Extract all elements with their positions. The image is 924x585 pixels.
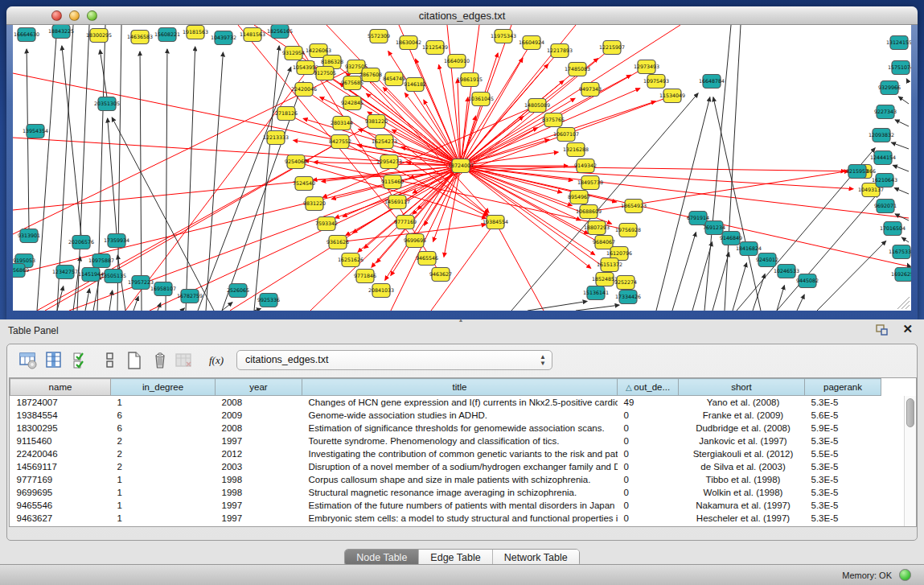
network-node[interactable]: 5572309 — [368, 30, 390, 43]
network-node[interactable]: 12215907 — [599, 41, 625, 55]
network-node[interactable]: 19384554 — [483, 216, 508, 229]
network-node[interactable]: 18416824 — [736, 242, 762, 256]
network-node[interactable]: 18843225 — [48, 25, 74, 39]
close-panel-icon[interactable]: ✕ — [902, 323, 913, 336]
network-node[interactable]: 11975343 — [491, 30, 516, 43]
network-node[interactable]: 11451944 — [78, 268, 104, 282]
network-node[interactable]: 17016504 — [880, 222, 906, 236]
scrollbar-thumb[interactable] — [906, 398, 914, 427]
network-node[interactable]: 18654923 — [621, 200, 647, 213]
network-node[interactable]: 9675685 — [341, 76, 363, 90]
network-node[interactable]: 12093832 — [869, 129, 894, 142]
network-node[interactable]: 10975493 — [643, 75, 669, 89]
network-node[interactable]: 14636583 — [127, 31, 153, 44]
network-node[interactable]: 10688609 — [576, 205, 602, 219]
network-node[interactable]: 9115460 — [381, 175, 404, 189]
network-node[interactable]: 16664630 — [14, 28, 39, 42]
column-header-out_de[interactable]: △ out_de... — [618, 379, 679, 396]
table-row[interactable]: 2242004622012Investigating the contribut… — [10, 447, 891, 460]
network-node[interactable]: 15136141 — [583, 286, 609, 300]
network-node[interactable]: 9146182 — [404, 78, 426, 92]
column-header-short[interactable]: short — [679, 379, 805, 396]
network-canvas[interactable]: 9312954 14226063 10543952 8186328 932750… — [13, 25, 911, 311]
table-row[interactable]: 1938455462009Genome-wide association stu… — [10, 409, 891, 422]
network-node[interactable]: 8375765 — [542, 113, 565, 127]
tab-network-table[interactable]: Network Table — [493, 550, 579, 566]
select-column-button[interactable] — [70, 349, 92, 372]
table-row[interactable]: 977716911998Corpus callosum shape and si… — [10, 473, 891, 486]
network-node[interactable]: 16926254 — [891, 268, 911, 282]
network-node[interactable]: 9463627 — [429, 268, 452, 282]
network-node[interactable]: 8215953 — [846, 165, 869, 179]
network-node[interactable]: 13216288 — [563, 143, 589, 157]
network-node[interactable]: 9831220 — [303, 197, 326, 211]
column-header-year[interactable]: year — [216, 379, 302, 396]
network-node[interactable]: 10439732 — [211, 31, 236, 45]
network-node[interactable]: 18724007 — [448, 159, 474, 173]
network-node[interactable]: 16210643 — [872, 174, 897, 187]
network-node[interactable]: 9925336 — [257, 294, 280, 307]
network-node[interactable]: 11481563 — [240, 28, 265, 42]
delete-table-button[interactable] — [173, 349, 195, 372]
network-node[interactable]: 13954354 — [23, 125, 48, 138]
network-node[interactable]: 9361626 — [326, 236, 349, 249]
network-node[interactable]: 17485083 — [565, 63, 590, 76]
table-row[interactable]: 946554611997Estimation of the future num… — [10, 499, 891, 512]
column-header-pagerank[interactable]: pagerank — [805, 379, 881, 396]
network-node[interactable]: 9242845 — [341, 97, 363, 110]
network-node[interactable]: 12444154 — [870, 151, 896, 165]
network-node[interactable]: 20206576 — [68, 236, 94, 249]
network-node[interactable]: 9252274 — [614, 276, 637, 290]
network-node[interactable]: 16151372 — [597, 258, 622, 272]
network-node[interactable]: 9149342 — [574, 159, 597, 173]
network-node[interactable]: 12125439 — [422, 41, 448, 55]
network-node[interactable]: 18630042 — [396, 36, 421, 50]
network-node[interactable]: 9313901 — [18, 229, 40, 243]
network-node[interactable]: 13124155 — [886, 36, 911, 50]
network-node[interactable]: 16254273 — [372, 135, 397, 149]
network-node[interactable]: 9146849 — [720, 232, 742, 245]
table-row[interactable]: 1456911722003Disruption of a novel membe… — [10, 460, 891, 473]
network-node[interactable]: 7524540 — [293, 177, 315, 191]
network-node[interactable]: 19756928 — [615, 224, 641, 237]
network-node[interactable]: 10246533 — [774, 265, 799, 278]
table-selector-dropdown[interactable]: citations_edges.txt ▲▼ — [236, 350, 552, 370]
network-node[interactable]: 12217893 — [547, 44, 573, 58]
new-column-button[interactable] — [123, 349, 146, 372]
network-node[interactable]: 22420046 — [291, 83, 317, 97]
network-node[interactable]: 16782759 — [177, 290, 203, 303]
network-node[interactable]: 16604924 — [519, 36, 544, 50]
network-node[interactable]: 8427552 — [329, 135, 351, 149]
tab-node-table[interactable]: Node Table — [345, 550, 419, 566]
table-row[interactable]: 1830029562008Estimation of significance … — [10, 422, 891, 435]
network-node[interactable]: 10975887 — [88, 254, 114, 268]
network-node[interactable]: 9227343 — [874, 105, 897, 119]
column-header-name[interactable]: name — [10, 379, 111, 396]
network-node[interactable]: 14805089 — [524, 99, 550, 113]
network-node[interactable]: 9254060 — [285, 155, 307, 169]
column-header-in_degree[interactable]: in_degree — [111, 379, 216, 396]
window-title-bar[interactable]: citations_edges.txt — [6, 6, 918, 25]
network-node[interactable]: 9771846 — [354, 270, 376, 283]
network-node[interactable]: 9127505 — [314, 67, 336, 80]
table-row[interactable]: 946362711997Embryonic stem cells: a mode… — [10, 512, 891, 525]
table-row[interactable]: 1872400712008Changes of HCN gene express… — [10, 396, 891, 409]
float-panel-icon[interactable] — [876, 324, 889, 336]
table-scrollbar[interactable] — [904, 396, 916, 527]
network-node[interactable]: 10607107 — [553, 128, 579, 142]
network-node[interactable]: 2803144 — [331, 117, 353, 130]
network-node[interactable]: 14569117 — [384, 196, 410, 209]
network-node[interactable]: 9245012 — [756, 253, 778, 267]
network-node[interactable]: 13505135 — [101, 270, 126, 283]
network-node[interactable]: 16648784 — [699, 75, 725, 89]
network-node[interactable]: 18807293 — [584, 221, 610, 235]
network-node[interactable]: 11675334 — [889, 245, 911, 259]
network-node[interactable]: 16251626 — [338, 253, 363, 267]
network-node[interactable]: 8454749 — [383, 72, 405, 86]
delete-column-button[interactable] — [149, 349, 171, 372]
network-node[interactable]: 18495738 — [577, 176, 603, 190]
network-node[interactable]: 20841033 — [368, 284, 394, 298]
network-node[interactable]: 12954273 — [376, 155, 402, 169]
network-node[interactable]: 17334426 — [615, 290, 641, 304]
network-node[interactable]: 9692071 — [874, 200, 897, 213]
